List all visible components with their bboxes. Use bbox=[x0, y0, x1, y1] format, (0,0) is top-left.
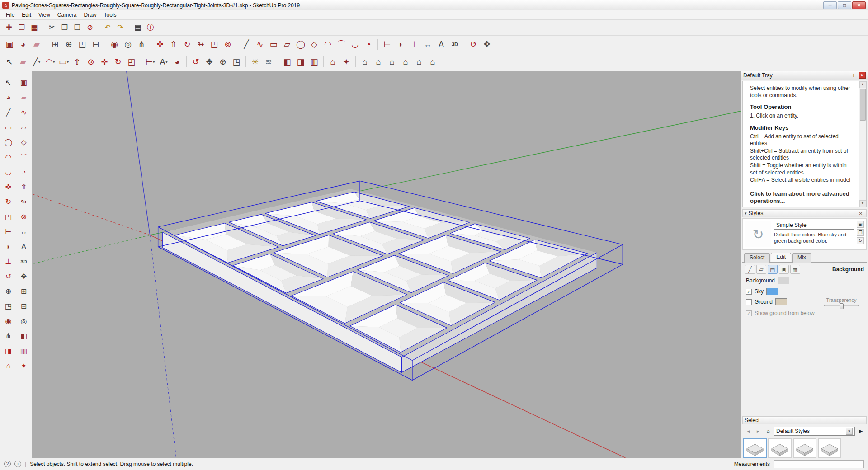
rotated-rectangle-icon[interactable]: ▱ bbox=[18, 121, 30, 134]
tab-edit[interactable]: Edit bbox=[771, 253, 791, 262]
style-name-field[interactable]: Simple Style bbox=[774, 221, 854, 230]
look-around-icon[interactable]: ◎ bbox=[121, 38, 135, 51]
paint-bucket-icon[interactable]: ◕ bbox=[16, 38, 30, 51]
zoom-icon[interactable]: ⊕ bbox=[216, 55, 230, 69]
protractor-icon[interactable]: ◗ bbox=[394, 38, 407, 51]
menu-view[interactable]: View bbox=[35, 11, 54, 19]
rotate-icon[interactable]: ↻ bbox=[2, 196, 15, 208]
edge-settings-icon[interactable]: ╱ bbox=[745, 265, 755, 274]
text-icon[interactable]: A bbox=[18, 240, 30, 253]
face-settings-icon[interactable]: ▱ bbox=[756, 265, 766, 274]
rectangle-icon[interactable]: ▭ bbox=[2, 121, 15, 134]
orbit-icon[interactable]: ↺ bbox=[467, 38, 480, 51]
dropdown-arrow-icon[interactable]: ▾ bbox=[38, 60, 40, 64]
orbit-icon[interactable]: ↺ bbox=[2, 270, 15, 283]
scale-icon[interactable]: ◰ bbox=[208, 38, 221, 51]
rotate-icon[interactable]: ↻ bbox=[111, 55, 125, 69]
shadows-icon[interactable]: ☀ bbox=[248, 55, 262, 69]
3d-text-icon[interactable]: 3D bbox=[18, 255, 30, 268]
circle-icon[interactable]: ◯ bbox=[2, 136, 15, 149]
dropdown-arrow-icon[interactable]: ▾ bbox=[166, 60, 168, 64]
rotated-rectangle-icon[interactable]: ▱ bbox=[280, 38, 294, 51]
line-icon[interactable]: ╱ bbox=[2, 106, 15, 119]
protractor-icon[interactable]: ◗ bbox=[2, 240, 15, 253]
circle-icon[interactable]: ◯ bbox=[294, 38, 307, 51]
tab-select[interactable]: Select bbox=[744, 253, 770, 263]
position-camera-icon[interactable]: ◉ bbox=[108, 38, 121, 51]
show-ground-checkbox[interactable]: ✓ bbox=[746, 310, 752, 316]
paste-icon[interactable]: ❏ bbox=[71, 21, 84, 34]
erase-icon[interactable]: ⊘ bbox=[84, 21, 96, 34]
dimensions-icon[interactable]: ↔ bbox=[421, 38, 434, 51]
close-button[interactable]: ✕ bbox=[852, 1, 866, 9]
tape-measure-icon[interactable]: ⊢▾ bbox=[143, 55, 157, 69]
select-panel-header[interactable]: Select bbox=[742, 416, 867, 424]
dropdown-arrow-icon[interactable]: ▾ bbox=[53, 60, 55, 64]
view-iso-icon[interactable]: ⌂ bbox=[358, 55, 372, 69]
push-pull-icon[interactable]: ⇧ bbox=[167, 38, 180, 51]
two-point-arc-icon[interactable]: ⌒ bbox=[18, 151, 30, 164]
paint-bucket-icon[interactable]: ◕ bbox=[170, 55, 184, 69]
scale-icon[interactable]: ◰ bbox=[2, 211, 15, 223]
section-plane-icon[interactable]: ◧ bbox=[18, 330, 30, 343]
section-fill-icon[interactable]: ◨ bbox=[294, 55, 307, 69]
pie-icon[interactable]: ◔ bbox=[362, 38, 375, 51]
home-icon[interactable]: ⌂ bbox=[764, 427, 772, 435]
three-point-arc-icon[interactable]: ◡ bbox=[348, 38, 362, 51]
minimize-button[interactable]: ─ bbox=[823, 1, 837, 9]
instructor-scrollbar[interactable]: ▲ ▼ bbox=[859, 81, 866, 207]
background-swatch[interactable] bbox=[778, 277, 789, 284]
eraser-icon[interactable]: ▰ bbox=[30, 38, 43, 51]
zoom-window-icon[interactable]: ⊞ bbox=[18, 285, 30, 298]
in-model-styles-icon[interactable]: ▣ bbox=[857, 221, 864, 228]
move-icon[interactable]: ✜ bbox=[98, 55, 111, 69]
menu-camera[interactable]: Camera bbox=[54, 11, 80, 19]
line-icon[interactable]: ╱▾ bbox=[30, 55, 43, 69]
style-thumb-2[interactable] bbox=[768, 438, 792, 458]
maximize-button[interactable]: □ bbox=[838, 1, 851, 9]
cut-icon[interactable]: ✂ bbox=[46, 21, 58, 34]
print-icon[interactable]: ▤ bbox=[132, 21, 144, 34]
tape-measure-icon[interactable]: ⊢ bbox=[380, 38, 394, 51]
zoom-window-icon[interactable]: ⊞ bbox=[48, 38, 62, 51]
zoom-previous-icon[interactable]: ⊟ bbox=[89, 38, 103, 51]
offset-icon[interactable]: ⊚ bbox=[221, 38, 235, 51]
tab-mix[interactable]: Mix bbox=[792, 253, 811, 263]
move-icon[interactable]: ✜ bbox=[2, 181, 15, 193]
pie-icon[interactable]: ◔ bbox=[18, 166, 30, 179]
polygon-icon[interactable]: ◇ bbox=[307, 38, 321, 51]
scroll-down-icon[interactable]: ▼ bbox=[859, 200, 866, 207]
extension-warehouse-icon[interactable]: ✦ bbox=[340, 55, 353, 69]
measurements-input[interactable] bbox=[774, 460, 864, 468]
details-arrow-icon[interactable]: ▶ bbox=[857, 427, 865, 435]
style-thumb-3[interactable] bbox=[793, 438, 816, 458]
advanced-operations-link[interactable]: Click to learn about more advanced opera… bbox=[750, 190, 854, 205]
move-icon[interactable]: ✜ bbox=[153, 38, 167, 51]
transparency-slider-thumb[interactable] bbox=[840, 303, 844, 309]
zoom-extents-icon[interactable]: ◳ bbox=[2, 300, 15, 313]
text-icon[interactable]: A bbox=[434, 38, 448, 51]
dropdown-arrow-icon[interactable]: ▾ bbox=[153, 60, 155, 64]
make-component-icon[interactable]: ▣ bbox=[3, 38, 16, 51]
open-icon[interactable]: ❒ bbox=[15, 21, 28, 34]
follow-me-icon[interactable]: ↬ bbox=[194, 38, 208, 51]
push-pull-icon[interactable]: ⇧ bbox=[18, 181, 30, 193]
scrollbar-thumb[interactable] bbox=[860, 89, 866, 121]
three-point-arc-icon[interactable]: ◡ bbox=[2, 166, 15, 179]
section-display-icon[interactable]: ▥ bbox=[18, 345, 30, 357]
select-icon[interactable]: ↖ bbox=[3, 55, 16, 69]
section-plane-icon[interactable]: ◧ bbox=[280, 55, 294, 69]
paint-bucket-icon[interactable]: ◕ bbox=[2, 91, 15, 104]
section-fill-icon[interactable]: ◨ bbox=[2, 345, 15, 357]
back-arrow-icon[interactable]: ◄ bbox=[744, 427, 752, 435]
view-left-icon[interactable]: ⌂ bbox=[426, 55, 439, 69]
position-camera-icon[interactable]: ◉ bbox=[2, 315, 15, 328]
transparency-slider[interactable] bbox=[824, 305, 859, 306]
offset-icon[interactable]: ⊚ bbox=[18, 211, 30, 223]
ground-swatch[interactable] bbox=[775, 298, 787, 306]
shapes-icon[interactable]: ▭▾ bbox=[57, 55, 71, 69]
dropdown-arrow-icon[interactable]: ▼ bbox=[846, 428, 853, 435]
follow-me-icon[interactable]: ↬ bbox=[18, 196, 30, 208]
ground-checkbox[interactable] bbox=[746, 299, 752, 305]
scale-icon[interactable]: ◰ bbox=[125, 55, 138, 69]
